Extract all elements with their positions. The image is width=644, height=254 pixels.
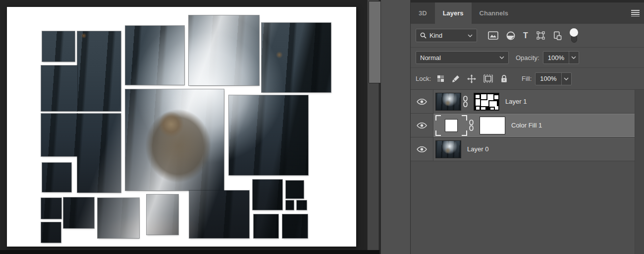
visibility-eye-icon[interactable] [411,114,433,137]
layer-name[interactable]: Color Fill 1 [511,122,542,129]
color-fill-swatch[interactable] [445,119,458,132]
visibility-eye-icon[interactable] [411,90,433,113]
collage-tile [42,163,71,192]
opacity-value[interactable]: 100% [543,52,569,64]
lock-row: Lock: Fill: 100% [411,68,644,90]
panel-tab-bar: 3D Layers Channels [411,0,644,24]
collage-tile [286,181,304,198]
fill-label: Fill: [522,75,532,82]
selection-corner-icon [462,115,467,121]
layer-thumbnail[interactable] [435,140,461,158]
collage-tile [253,180,282,210]
chevron-down-icon [499,56,504,59]
collage-tile [41,114,77,156]
opacity-label: Opacity: [516,54,539,62]
chevron-down-icon[interactable] [561,73,571,85]
type-layers-filter-icon[interactable]: T [523,32,528,40]
workspace-bottom-edge [0,250,379,254]
opacity-input[interactable]: 100% [543,51,579,64]
collage-tile [63,197,94,228]
collage-tile [77,114,121,192]
pixel-layers-filter-icon[interactable] [488,31,498,40]
collage-tile [297,200,307,210]
layer-mask-thumbnail[interactable] [480,117,505,134]
mask-link-icon[interactable] [469,120,474,131]
filter-kind-label: Kind [429,32,442,39]
collage-tile [77,31,121,111]
filter-icon-group: T [488,28,579,43]
lock-icon-group [437,74,508,83]
collage-tile [98,198,139,238]
shape-layers-filter-icon[interactable] [536,31,545,40]
fill-value[interactable]: 100% [536,73,561,85]
tab-layers-label: Layers [443,9,464,17]
visibility-eye-icon[interactable] [411,137,433,161]
layers-list: Layer 1 Color Fill 1 [411,90,644,254]
collage-tile [147,194,178,235]
collage-tile [41,198,61,219]
layer-row-color-fill-1[interactable]: Color Fill 1 [411,114,644,137]
layer-row-content[interactable]: Layer 0 [433,137,635,161]
lock-position-move-icon[interactable] [467,74,476,83]
layer-name[interactable]: Layer 1 [505,98,527,105]
layer-filter-row: Kind T [411,24,644,48]
layer-row-layer-0[interactable]: Layer 0 [411,137,644,161]
layer-row-layer-1[interactable]: Layer 1 [411,90,644,114]
layer-row-content[interactable]: Color Fill 1 [433,114,635,137]
panel-dock-spacer [380,0,410,254]
collage-tile [41,65,77,111]
blend-mode-value: Normal [420,54,441,62]
lock-transparency-icon[interactable] [437,75,444,82]
tab-3d-label: 3D [419,9,427,17]
document-canvas[interactable] [7,7,356,247]
layers-panel: 3D Layers Channels Kind T [410,0,644,254]
blend-mode-row: Normal Opacity: 100% [411,48,644,68]
collage-tile [125,26,184,85]
collage-tile [262,23,331,92]
tab-3d[interactable]: 3D [411,2,435,24]
layer-name[interactable]: Layer 0 [467,145,488,153]
canvas-workspace [0,0,367,254]
selection-corner-icon [435,115,441,121]
mask-link-icon[interactable] [463,96,468,107]
chevron-down-icon[interactable] [569,52,579,64]
collage-tile [42,31,75,62]
smart-objects-filter-icon[interactable] [553,31,562,40]
layer-mask-thumbnail[interactable] [474,93,499,111]
search-icon [420,32,427,39]
chevron-down-icon [468,34,473,37]
toggle-knob [570,28,578,37]
collage-tile [189,15,259,85]
layers-list-gutter [635,90,644,254]
lock-pixels-brush-icon[interactable] [452,75,460,83]
collage-tile [189,190,249,238]
filter-kind-dropdown[interactable]: Kind [416,29,477,42]
collage-tile [229,95,308,175]
collage-tile [286,200,294,210]
lock-artboard-icon[interactable] [483,74,493,83]
collage [7,7,356,247]
selection-corner-icon [435,130,441,136]
tab-layers[interactable]: Layers [435,2,472,24]
layer-row-content[interactable]: Layer 1 [433,90,635,113]
fill-layer-thumbnail-selected[interactable] [435,115,467,136]
layer-thumbnail[interactable] [435,93,461,111]
blend-mode-dropdown[interactable]: Normal [416,51,509,64]
panel-menu-icon[interactable] [631,10,640,16]
lock-label: Lock: [416,75,431,82]
collage-tile [254,214,278,238]
selection-corner-icon [462,130,467,136]
collage-tile [41,222,61,243]
filter-toggle-switch[interactable] [570,28,579,43]
collage-tile [282,214,308,238]
adjustment-layers-filter-icon[interactable] [506,31,515,40]
tab-channels[interactable]: Channels [472,2,517,24]
tab-channels-label: Channels [480,9,509,17]
document-scrollbar[interactable] [367,0,379,254]
collage-tile [125,89,224,190]
lock-all-padlock-icon[interactable] [500,74,508,83]
fill-input[interactable]: 100% [535,72,571,85]
